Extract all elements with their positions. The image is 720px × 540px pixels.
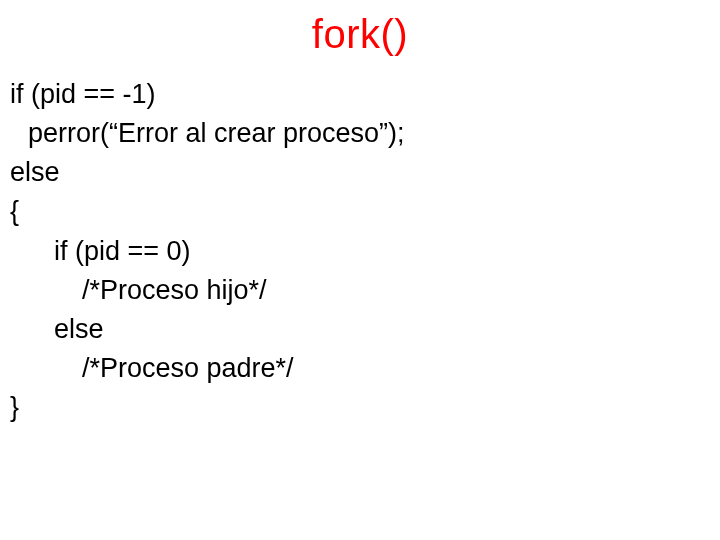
code-line-1: if (pid == -1) <box>10 75 710 114</box>
code-block: if (pid == -1) perror(“Error al crear pr… <box>10 75 710 427</box>
slide-title: fork() <box>10 12 710 57</box>
code-line-7: else <box>10 310 710 349</box>
code-line-5: if (pid == 0) <box>10 232 710 271</box>
code-line-8: /*Proceso padre*/ <box>10 349 710 388</box>
code-line-4: { <box>10 192 710 231</box>
code-line-3: else <box>10 153 710 192</box>
code-line-6: /*Proceso hijo*/ <box>10 271 710 310</box>
code-line-2: perror(“Error al crear proceso”); <box>10 114 710 153</box>
code-line-9: } <box>10 388 710 427</box>
